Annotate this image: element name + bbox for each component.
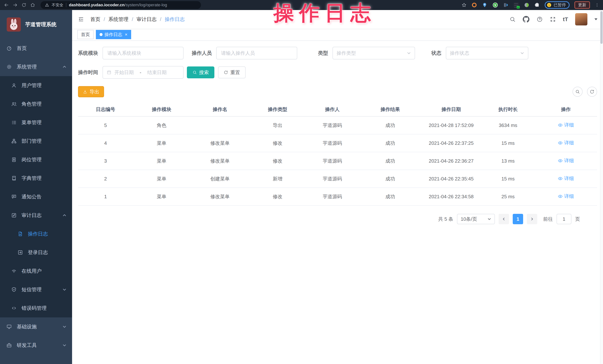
breadcrumb-home[interactable]: 首页 <box>90 16 100 23</box>
detail-link[interactable]: 详细 <box>558 175 574 182</box>
scrollbar-thumb[interactable] <box>600 11 603 44</box>
detail-link[interactable]: 详细 <box>558 157 574 164</box>
tag-home[interactable]: 首页 <box>77 30 94 39</box>
warning-icon <box>45 3 49 7</box>
calendar-icon <box>107 70 111 75</box>
tag-operate-log[interactable]: 操作日志 × <box>96 30 131 39</box>
chevron-up-icon <box>62 213 67 217</box>
goto-page-input[interactable] <box>557 214 571 224</box>
home-icon[interactable] <box>30 2 35 8</box>
eye-icon <box>558 176 563 181</box>
breadcrumb-audit[interactable]: 审计日志 <box>137 16 157 23</box>
browser-bar: 不安全 dashboard.yudao.iocoder.cn/system/lo… <box>0 0 603 10</box>
sidebar-item-dev-tools[interactable]: 研发工具 <box>0 336 72 354</box>
url-domain: dashboard.yudao.iocoder.cn <box>69 3 125 7</box>
sidebar-item-audit-log[interactable]: 审计日志 <box>0 206 72 225</box>
sidebar-item-dept-mgmt[interactable]: 部门管理 <box>0 132 72 150</box>
sidebar-item-online-users[interactable]: 在线用户 <box>0 262 72 280</box>
id-badge-icon <box>11 157 17 162</box>
back-icon[interactable] <box>4 2 9 8</box>
sidebar-item-menu-mgmt[interactable]: 菜单管理 <box>0 113 72 132</box>
sidebar-item-login-log[interactable]: 登录日志 <box>0 243 72 262</box>
time-label: 操作时间 <box>78 69 98 76</box>
on-badge: on <box>517 6 520 9</box>
security-label[interactable]: 不安全 <box>52 2 63 8</box>
forward-icon[interactable] <box>13 2 18 8</box>
sidebar-item-role-mgmt[interactable]: 角色管理 <box>0 95 72 113</box>
sidebar-item-notice[interactable]: 通知公告 <box>0 188 72 206</box>
export-button[interactable]: 导出 <box>78 86 104 97</box>
refresh-icon <box>590 89 594 94</box>
tags-bar: 首页 操作日志 × <box>72 29 603 41</box>
help-icon[interactable] <box>536 16 543 22</box>
app-logo-row[interactable]: 芋道管理系统 <box>0 10 72 39</box>
extensions-puzzle-icon[interactable] <box>534 2 540 8</box>
fullscreen-icon[interactable] <box>550 16 556 22</box>
active-dot-icon <box>100 33 103 36</box>
search-icon[interactable] <box>509 16 516 22</box>
app-logo <box>7 17 21 32</box>
sidebar-item-error-code[interactable]: 错误码管理 <box>0 299 72 317</box>
user-icon <box>11 83 17 88</box>
extension-orange-icon[interactable] <box>472 2 477 8</box>
breadcrumb-system[interactable]: 系统管理 <box>108 16 128 23</box>
extension-green-v-icon[interactable] <box>492 2 498 8</box>
sidebar-item-system-mgmt[interactable]: 系统管理 <box>0 57 72 76</box>
book-icon <box>11 176 17 181</box>
org-tree-icon <box>11 138 17 144</box>
page-number-button[interactable]: 1 <box>513 214 523 224</box>
detail-link[interactable]: 详细 <box>558 122 574 128</box>
update-button[interactable]: 更新 <box>574 1 590 9</box>
search-button[interactable]: 搜索 <box>187 66 214 78</box>
sidebar-item-infrastructure[interactable]: 基础设施 <box>0 317 72 336</box>
detail-link[interactable]: 详细 <box>558 193 574 199</box>
audit-log-icon <box>11 212 17 218</box>
refresh-icon <box>224 70 228 75</box>
address-bar[interactable]: 不安全 dashboard.yudao.iocoder.cn/system/lo… <box>40 1 201 9</box>
close-icon[interactable]: × <box>125 32 128 37</box>
next-page-button[interactable] <box>527 214 537 224</box>
dashboard-icon <box>6 45 12 51</box>
operator-input[interactable] <box>216 47 297 59</box>
browser-menu-icon[interactable] <box>595 3 599 7</box>
paused-extension-pill[interactable]: 已暂停 <box>545 1 569 9</box>
page-scrollbar[interactable] <box>600 10 603 364</box>
show-search-toggle-button[interactable] <box>573 87 583 97</box>
prev-page-button[interactable] <box>499 214 509 224</box>
sidebar-collapse-icon[interactable] <box>78 16 84 23</box>
status-select[interactable]: 操作状态 <box>446 47 528 59</box>
start-date-placeholder: 开始日期 <box>115 69 134 76</box>
extension-columns-icon[interactable] <box>503 2 509 8</box>
sidebar-item-home[interactable]: 首页 <box>0 39 72 57</box>
search-icon <box>192 70 197 75</box>
type-select[interactable]: 操作类型 <box>333 47 415 59</box>
date-range-input[interactable]: 开始日期 - 结束日期 <box>103 66 184 79</box>
code-icon <box>11 305 17 311</box>
extension-leaf-icon[interactable] <box>524 2 529 8</box>
sidebar-item-sms-mgmt[interactable]: 短信管理 <box>0 280 72 299</box>
font-size-icon[interactable]: tT <box>563 17 568 22</box>
github-icon[interactable] <box>523 16 529 23</box>
reset-button[interactable]: 重置 <box>218 66 246 78</box>
chevron-up-icon <box>62 65 67 69</box>
module-input[interactable] <box>103 47 184 59</box>
operator-label: 操作人员 <box>192 50 212 56</box>
sidebar-item-operate-log[interactable]: 操作日志 <box>0 225 72 243</box>
extension-switch-icon[interactable]: on <box>513 2 519 8</box>
avatar[interactable] <box>575 13 587 25</box>
sidebar-item-dict-mgmt[interactable]: 字典管理 <box>0 169 72 188</box>
reload-icon[interactable] <box>22 3 26 7</box>
page-size-select[interactable]: 10条/页 <box>457 214 495 224</box>
user-menu-caret-icon[interactable] <box>594 18 597 20</box>
detail-link[interactable]: 详细 <box>558 140 574 146</box>
chevron-right-icon <box>530 217 534 221</box>
sidebar-item-post-mgmt[interactable]: 岗位管理 <box>0 150 72 169</box>
operate-log-table: 日志编号 操作模块 操作名 操作类型 操作人 操作结果 操作日期 执行时长 操作… <box>78 102 597 206</box>
bookmark-star-icon[interactable] <box>462 2 467 8</box>
chevron-down-icon <box>62 325 67 329</box>
status-label: 状态 <box>431 50 441 56</box>
refresh-table-button[interactable] <box>587 87 597 97</box>
type-label: 类型 <box>318 50 328 56</box>
sidebar-item-user-mgmt[interactable]: 用户管理 <box>0 76 72 95</box>
extension-pin-icon[interactable] <box>482 2 487 8</box>
